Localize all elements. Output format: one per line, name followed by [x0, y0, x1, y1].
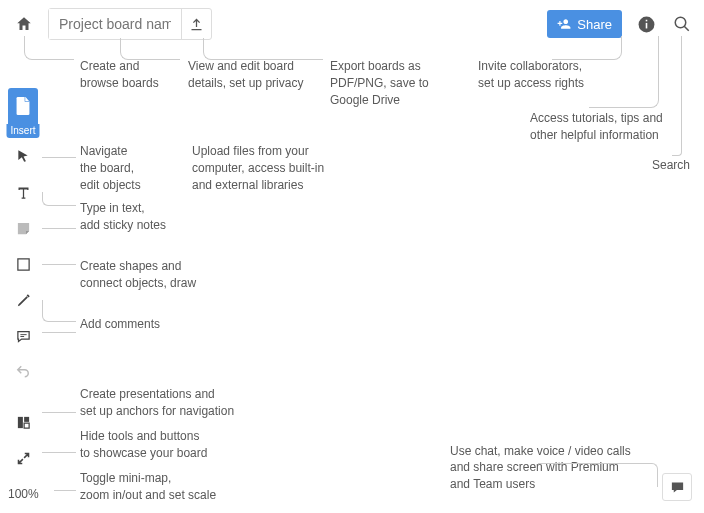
- annotation-share: Invite collaborators,set up access right…: [478, 58, 584, 92]
- annotation-search: Search: [652, 157, 690, 174]
- connector-line: [42, 228, 76, 229]
- connector-line: [120, 38, 180, 60]
- expand-icon: [16, 451, 31, 466]
- connector-line: [672, 36, 682, 156]
- svg-rect-6: [24, 416, 29, 421]
- tool-insert[interactable]: Insert: [8, 88, 38, 124]
- annotation-name: View and edit boarddetails, set up priva…: [188, 58, 303, 92]
- cursor-icon: [16, 148, 30, 164]
- export-button[interactable]: [181, 9, 211, 39]
- left-toolbar: Insert: [8, 88, 38, 476]
- tool-present[interactable]: [8, 440, 38, 476]
- annotation-home: Create andbrowse boards: [80, 58, 159, 92]
- home-button[interactable]: [14, 14, 34, 34]
- annotation-frames: Create presentations andset up anchors f…: [80, 386, 234, 420]
- search-button[interactable]: [671, 14, 692, 35]
- upload-icon: [189, 17, 204, 32]
- svg-rect-4: [17, 258, 28, 269]
- svg-rect-7: [24, 423, 29, 428]
- home-icon: [15, 15, 33, 33]
- sticky-note-icon: [16, 221, 31, 236]
- annotation-present: Hide tools and buttonsto showcase your b…: [80, 428, 207, 462]
- tool-comment[interactable]: [8, 318, 38, 354]
- square-icon: [16, 257, 31, 272]
- svg-rect-2: [646, 19, 648, 21]
- tool-pen[interactable]: [8, 282, 38, 318]
- svg-point-3: [675, 17, 686, 28]
- comment-icon: [16, 329, 31, 344]
- annotation-comments: Add comments: [80, 316, 160, 333]
- top-right-actions: Share: [547, 10, 692, 38]
- zoom-level[interactable]: 100%: [8, 487, 39, 501]
- annotation-text: Type in text,add sticky notes: [80, 200, 166, 234]
- chat-icon: [669, 480, 686, 495]
- annotation-info: Access tutorials, tips andother helpful …: [530, 110, 663, 144]
- connector-line: [589, 36, 659, 108]
- connector-line: [42, 452, 76, 453]
- add-person-icon: [557, 17, 571, 31]
- connector-line: [54, 490, 76, 491]
- tool-select[interactable]: [8, 138, 38, 174]
- annotation-shapes: Create shapes andconnect objects, draw: [80, 258, 196, 292]
- connector-line: [203, 38, 323, 60]
- share-label: Share: [577, 17, 612, 32]
- connector-line: [42, 157, 76, 158]
- tool-text[interactable]: [8, 174, 38, 210]
- chat-button[interactable]: [662, 473, 692, 501]
- svg-rect-1: [646, 22, 648, 28]
- svg-rect-5: [17, 416, 22, 427]
- connector-line: [24, 36, 74, 60]
- undo-icon: [15, 365, 31, 379]
- connector-line: [42, 332, 76, 333]
- tool-sticky[interactable]: [8, 210, 38, 246]
- connector-line: [42, 412, 76, 413]
- search-icon: [673, 15, 691, 33]
- annotation-export: Export boards asPDF/PNG, save toGoogle D…: [330, 58, 429, 108]
- tool-insert-label: Insert: [6, 124, 39, 138]
- frames-icon: [16, 415, 31, 430]
- annotation-insert: Upload files from yourcomputer, access b…: [192, 143, 324, 193]
- info-icon: [637, 15, 656, 34]
- connector-line: [538, 463, 658, 487]
- board-name-input[interactable]: [49, 9, 181, 39]
- info-button[interactable]: [636, 14, 657, 35]
- connector-line: [42, 264, 76, 265]
- connector-line: [42, 300, 76, 322]
- connector-line: [42, 192, 76, 206]
- tool-frames[interactable]: [8, 404, 38, 440]
- share-button[interactable]: Share: [547, 10, 622, 38]
- text-icon: [16, 185, 31, 200]
- pen-icon: [16, 293, 31, 308]
- tool-shapes[interactable]: [8, 246, 38, 282]
- annotation-zoom: Toggle mini-map,zoom in/out and set scal…: [80, 470, 216, 504]
- file-plus-icon: [15, 97, 31, 115]
- annotation-select: Navigatethe board,edit objects: [80, 143, 141, 193]
- tool-undo[interactable]: [8, 354, 38, 390]
